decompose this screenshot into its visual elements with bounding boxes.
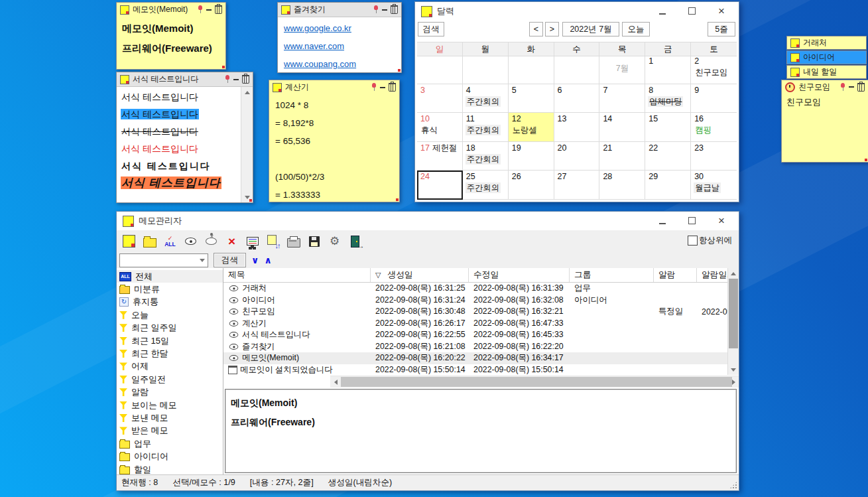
save-button[interactable] <box>306 233 322 249</box>
month-button[interactable]: 2022년 7월 <box>562 22 619 36</box>
table-row[interactable]: 친구모임2022-09-08(목) 16:30:482022-09-08(목) … <box>223 306 739 318</box>
calendar-cell[interactable]: 22 <box>645 142 691 171</box>
calendar-cell[interactable]: 21 <box>599 142 645 171</box>
open-group-button[interactable] <box>141 233 158 249</box>
tree-item-1[interactable]: ALL전체 <box>117 270 223 283</box>
calendar-cell[interactable]: 27 <box>554 171 600 200</box>
rows-button[interactable]: 5줄 <box>708 22 735 36</box>
calendar-cell[interactable]: 3 <box>417 84 463 113</box>
table-row[interactable]: 서식 테스트입니다2022-09-08(목) 16:22:552022-09-0… <box>223 329 739 341</box>
resize-handle[interactable] <box>398 69 401 72</box>
scroll-up-icon[interactable] <box>728 268 739 279</box>
trash-icon[interactable] <box>391 5 398 14</box>
exit-button[interactable] <box>347 233 363 249</box>
tree-item-16[interactable]: 할일 <box>117 463 223 475</box>
pin-icon[interactable] <box>198 5 203 14</box>
calendar-cell[interactable]: 6 <box>554 84 600 113</box>
pin-icon[interactable] <box>840 83 845 92</box>
today-button[interactable]: 오늘 <box>622 22 650 36</box>
calendar-cell[interactable]: 15 <box>645 113 691 142</box>
note-format-body[interactable]: 서식 테스트입니다서식 테스트입니다서식 테스트입니다서식 테스트입니다서식 테… <box>117 87 241 202</box>
minimize-icon[interactable] <box>380 87 385 88</box>
note-calculator[interactable]: 계산기 1024 * 8= 8,192*8= 65,536 (100/50)*2… <box>269 80 400 202</box>
table-scrollbar-horizontal[interactable] <box>330 376 739 388</box>
tree-item-8[interactable]: 어제 <box>117 360 223 373</box>
collapsed-note-1[interactable]: 거래처 <box>786 36 867 50</box>
minimize-icon[interactable] <box>382 9 387 11</box>
scrollbar-thumb[interactable] <box>341 377 732 387</box>
collapsed-note-2[interactable]: 아이디어 <box>786 50 867 64</box>
scroll-down-icon[interactable] <box>728 364 739 375</box>
note-memoit[interactable]: 메모잇(Memoit) 메모잇(Memoit)프리웨어(Freeware) <box>116 2 226 70</box>
note-memoit-body[interactable]: 메모잇(Memoit)프리웨어(Freeware) <box>117 17 225 69</box>
tree-item-14[interactable]: 업무 <box>117 437 223 450</box>
search-prev-button[interactable]: ∧ <box>264 255 271 265</box>
table-row[interactable]: 메모잇이 설치되었습니다2022-09-08(목) 15:50:142022-0… <box>223 364 739 376</box>
settings-button[interactable]: ⚙ <box>326 233 343 249</box>
table-row[interactable]: 거래처2022-09-08(목) 16:31:252022-09-08(목) 1… <box>223 283 739 295</box>
import-export-button[interactable]: ↓↑ <box>265 233 281 249</box>
display-settings-button[interactable] <box>244 233 261 249</box>
tree-item-12[interactable]: 보낸 메모 <box>117 411 223 424</box>
calendar-cell[interactable]: 5 <box>509 84 554 113</box>
tree-item-9[interactable]: 일주일전 <box>117 373 223 386</box>
hide-memo-button[interactable] <box>203 233 219 249</box>
note-calculator-titlebar[interactable]: 계산기 <box>269 80 399 94</box>
column-header-5[interactable]: 알람 <box>654 268 697 282</box>
calendar-cell[interactable] <box>509 55 554 84</box>
calendar-cell[interactable]: 28 <box>599 171 645 200</box>
table-row[interactable]: 메모잇(Memoit)2022-09-08(목) 16:20:222022-09… <box>223 352 739 364</box>
trash-icon[interactable] <box>215 5 222 14</box>
calendar-cell[interactable] <box>463 55 509 84</box>
show-memo-button[interactable] <box>182 233 199 249</box>
note-format-titlebar[interactable]: 서식 테스트입니다 <box>117 72 253 87</box>
column-header-2[interactable]: ▽생성일 <box>371 268 469 282</box>
calendar-cell[interactable]: 9 <box>691 84 737 113</box>
scrollbar-vertical[interactable] <box>241 87 253 202</box>
search-combobox[interactable] <box>119 253 208 267</box>
column-header-1[interactable]: 제목 <box>223 268 371 282</box>
calendar-cell[interactable]: 14 <box>599 113 645 142</box>
minimize-icon[interactable] <box>849 86 854 88</box>
new-memo-button[interactable] <box>121 233 137 249</box>
calendar-cell[interactable]: 26 <box>509 171 554 200</box>
note-memoit-titlebar[interactable]: 메모잇(Memoit) <box>117 3 225 17</box>
collapsed-note-3[interactable]: 내일 할일 <box>786 65 867 79</box>
tree-item-15[interactable]: 아이디어 <box>117 450 223 462</box>
search-button[interactable]: 검색 <box>214 253 246 267</box>
prev-month-button[interactable]: < <box>529 22 543 36</box>
maximize-button[interactable] <box>688 216 696 226</box>
calendar-cell[interactable]: 25주간회의 <box>463 171 509 200</box>
table-row[interactable]: 즐겨찾기2022-09-08(목) 16:21:082022-09-08(목) … <box>223 341 739 353</box>
calendar-cell[interactable]: 8업체미팅 <box>645 84 691 113</box>
memo-preview-pane[interactable]: 메모잇(Memoit)프리웨어(Freeware) <box>225 389 737 473</box>
pin-icon[interactable] <box>225 75 230 84</box>
resize-handle[interactable] <box>222 66 225 68</box>
calendar-cell[interactable] <box>417 55 463 84</box>
minimize-button[interactable] <box>659 216 666 226</box>
note-favorites-body[interactable]: www.google.co.krwww.naver.comwww.coupang… <box>278 17 401 72</box>
calendar-cell[interactable]: 30월급날 <box>691 171 737 200</box>
calendar-cell[interactable]: 4주간회의 <box>463 84 509 113</box>
calendar-cell[interactable]: 7 <box>599 84 645 113</box>
note-calculator-body[interactable]: 1024 * 8= 8,192*8= 65,536 (100/50)*2/3= … <box>269 94 399 202</box>
trash-icon[interactable] <box>389 83 396 92</box>
favorite-link[interactable]: www.naver.com <box>284 37 395 55</box>
search-next-button[interactable]: ∨ <box>251 255 259 265</box>
manager-titlebar[interactable]: 메모관리자 × <box>117 212 739 230</box>
minimize-icon[interactable] <box>206 9 212 11</box>
calendar-cell[interactable]: 2친구모임 <box>691 55 737 84</box>
calendar-cell[interactable]: 7월 <box>599 55 645 84</box>
maximize-button[interactable] <box>688 7 696 17</box>
minimize-button[interactable] <box>659 7 666 17</box>
note-favorites[interactable]: 즐겨찾기 www.google.co.krwww.naver.comwww.co… <box>277 2 402 73</box>
tree-item-10[interactable]: 알람 <box>117 386 223 399</box>
table-scrollbar-vertical[interactable] <box>727 268 739 375</box>
minimize-icon[interactable] <box>233 79 239 80</box>
favorite-link[interactable]: www.google.co.kr <box>284 19 395 37</box>
calendar-titlebar[interactable]: 달력 × <box>415 2 739 21</box>
tree-item-7[interactable]: 최근 한달 <box>117 347 223 360</box>
pin-icon[interactable] <box>371 83 377 92</box>
tree-item-5[interactable]: 최근 일주일 <box>117 322 223 334</box>
tree-item-6[interactable]: 최근 15일 <box>117 334 223 347</box>
